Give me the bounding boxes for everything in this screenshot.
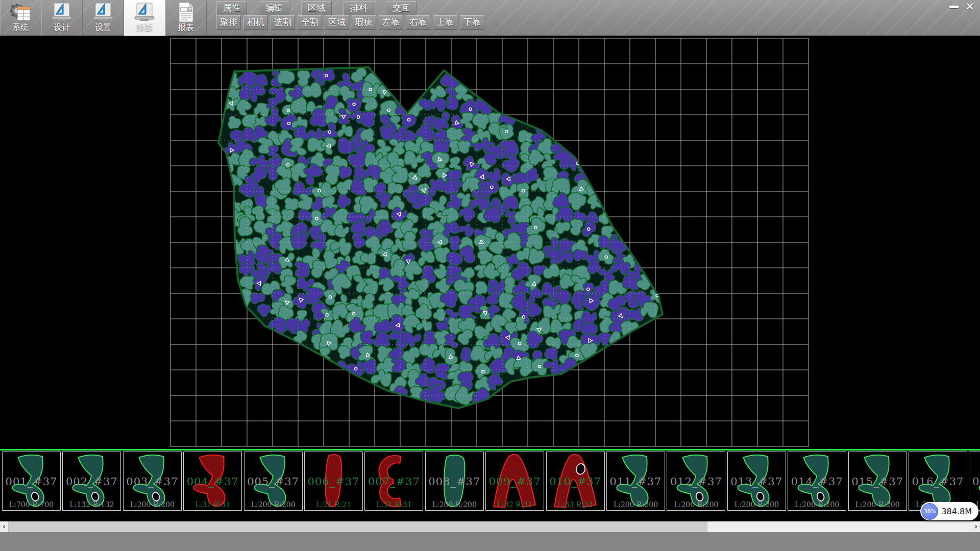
piece-lr-count: L:700 R:700: [3, 500, 60, 509]
menu-row2-item-1[interactable]: 相机: [243, 15, 268, 30]
progress-percent-badge: 38%: [921, 503, 938, 520]
piece-thumbnail-007_#37[interactable]: 007_#37L:31 R:31: [364, 452, 423, 511]
menu-row2-item-6[interactable]: 左靠: [379, 15, 403, 30]
tab-system[interactable]: 系统: [0, 0, 41, 36]
ruler-laptop-icon: [92, 2, 114, 22]
piece-lr-count: L:200 R:200: [124, 500, 181, 509]
piece-name: 010_#37: [547, 475, 604, 488]
piece-name: 011_#37: [607, 475, 665, 488]
menu-row2-item-0[interactable]: 聚排: [216, 15, 241, 30]
header-toolbar: 系统设计设置排版报表 属性编辑区域排料交互 聚排相机选割全割区域瑕疵左靠右靠上靠…: [0, 0, 980, 36]
close-button[interactable]: ✕: [962, 2, 978, 12]
tab-label: 报表: [178, 22, 194, 33]
menu-row2-item-7[interactable]: 右靠: [406, 15, 430, 30]
gear-table-icon: [9, 2, 32, 22]
menu-row2-item-4[interactable]: 区域: [325, 15, 349, 30]
tab-design[interactable]: 设计: [41, 0, 83, 36]
piece-name: 012_#37: [667, 475, 725, 488]
piece-thumbnail-009_#37[interactable]: 009_#37L:32 R:31: [485, 452, 544, 511]
piece-name: 013_#37: [728, 475, 786, 488]
menu-row1-item-0[interactable]: 属性: [216, 1, 247, 15]
piece-lr-count: L:31 R:31: [184, 500, 241, 509]
piece-lr-count: L:200 R:200: [788, 500, 846, 509]
piece-lr-count: L:200 R:200: [607, 500, 665, 509]
piece-lr-count: L:200 R:200: [244, 500, 302, 509]
piece-name: 002_#37: [63, 475, 120, 488]
menu-row1-item-2[interactable]: 区域: [301, 1, 332, 15]
menu-row2-item-2[interactable]: 选割: [271, 15, 295, 30]
status-badge: 38% 384.8M: [920, 502, 978, 520]
piece-name: 005_#37: [244, 475, 302, 488]
piece-thumbnail-015_#37[interactable]: 015_#37L:200 R:200: [848, 452, 907, 511]
nesting-canvas[interactable]: [0, 36, 980, 449]
piece-thumbnail-014_#37[interactable]: 014_#37L:200 R:200: [788, 452, 846, 511]
piece-name: 007_#37: [365, 475, 423, 488]
menu-row1-item-3[interactable]: 排料: [344, 1, 374, 15]
menu-row1-item-1[interactable]: 编辑: [259, 1, 289, 15]
tab-label: 设计: [54, 22, 70, 33]
piece-name: 008_#37: [426, 475, 483, 488]
menu-row2-item-9[interactable]: 下靠: [460, 15, 484, 30]
piece-thumbnail-005_#37[interactable]: 005_#37L:200 R:200: [244, 452, 303, 511]
main-tab-bar: 系统设计设置排版报表: [0, 0, 207, 36]
piece-lr-count: L:200 R:200: [426, 500, 483, 509]
tab-label: 系统: [12, 22, 29, 33]
piece-name: 017_#37: [969, 475, 980, 488]
piece-lr-count: L:200 R:200: [849, 500, 906, 509]
horizontal-scrollbar[interactable]: ‹ ›: [0, 521, 980, 532]
menu-row2-item-8[interactable]: 上靠: [433, 15, 457, 30]
scroll-right-arrow[interactable]: ›: [972, 521, 980, 532]
minimize-button[interactable]: [946, 2, 962, 11]
menu-row1-item-4[interactable]: 交互: [386, 1, 416, 15]
ruler-laptop-icon: [133, 2, 156, 22]
tab-label: 排版: [136, 22, 153, 33]
piece-name: 016_#37: [909, 475, 967, 488]
report-icon: [175, 2, 197, 22]
piece-name: 003_#37: [124, 475, 181, 488]
app-window: 系统设计设置排版报表 属性编辑区域排料交互 聚排相机选割全割区域瑕疵左靠右靠上靠…: [0, 0, 980, 551]
tab-label: 设置: [95, 22, 111, 33]
status-bar: [0, 532, 980, 551]
piece-thumbnail-011_#37[interactable]: 011_#37L:200 R:200: [606, 452, 665, 511]
piece-name: 006_#37: [305, 475, 362, 488]
tab-report[interactable]: 报表: [165, 0, 207, 36]
piece-thumbnail-012_#37[interactable]: 012_#37L:200 R:200: [667, 452, 725, 511]
menu-row-2: 聚排相机选割全割区域瑕疵左靠右靠上靠下靠: [216, 15, 487, 30]
strip-accent-line: [0, 449, 980, 450]
tab-nesting[interactable]: 排版: [124, 0, 165, 36]
menu-row2-item-5[interactable]: 瑕疵: [352, 15, 376, 30]
piece-lr-count: L:33 R:33: [547, 500, 604, 509]
piece-thumbnail-004_#37[interactable]: 004_#37L:31 R:31: [183, 452, 242, 511]
piece-name: 001_#37: [3, 475, 60, 488]
piece-thumbnail-006_#37[interactable]: 006_#37L:21 R:21: [304, 452, 363, 511]
piece-lr-count: L:132 R:132: [63, 500, 120, 509]
piece-name: 009_#37: [486, 475, 544, 488]
piece-thumbnail-002_#37[interactable]: 002_#37L:132 R:132: [62, 452, 121, 511]
window-controls: ✕: [946, 2, 978, 12]
piece-thumbnail-013_#37[interactable]: 013_#37L:200 R:200: [727, 452, 786, 511]
ruler-laptop-icon: [51, 2, 73, 22]
piece-thumbnail-010_#37[interactable]: 010_#37L:33 R:33: [546, 452, 605, 511]
piece-thumbnail-001_#37[interactable]: 001_#37L:700 R:700: [2, 452, 61, 511]
tab-settings[interactable]: 设置: [83, 0, 124, 36]
piece-lr-count: L:32 R:31: [486, 500, 544, 509]
piece-name: 014_#37: [788, 475, 846, 488]
piece-lr-count: L:200 R:200: [667, 500, 725, 509]
piece-lr-count: L:200 R:200: [728, 500, 786, 509]
piece-thumbnail-strip: 001_#37L:700 R:700002_#37L:132 R:132003_…: [0, 449, 980, 521]
piece-thumbnail-008_#37[interactable]: 008_#37L:200 R:200: [425, 452, 484, 511]
piece-lr-count: L:21 R:21: [305, 500, 362, 509]
piece-lr-count: L:31 R:31: [365, 500, 423, 509]
memory-usage-label: 384.8M: [941, 507, 972, 516]
piece-thumbnail-003_#37[interactable]: 003_#37L:200 R:200: [123, 452, 182, 511]
minimize-icon: [949, 6, 959, 8]
menu-row2-item-3[interactable]: 全割: [298, 15, 322, 30]
menu-row-1: 属性编辑区域排料交互: [216, 1, 428, 15]
scrollbar-thumb[interactable]: [8, 521, 707, 532]
piece-name: 004_#37: [184, 475, 241, 488]
scroll-left-arrow[interactable]: ‹: [0, 521, 8, 532]
piece-name: 015_#37: [849, 475, 906, 488]
